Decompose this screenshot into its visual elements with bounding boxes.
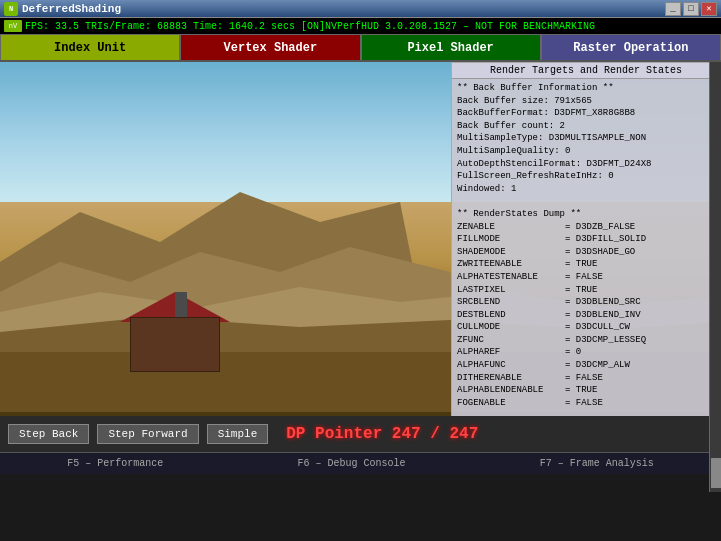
nvidia-logo: nV	[4, 20, 22, 32]
maximize-button[interactable]: □	[683, 2, 699, 16]
dp-pointer-text: DP Pointer 247 / 247	[286, 425, 478, 443]
tab-pixel-shader[interactable]: Pixel Shader	[361, 34, 541, 60]
step-back-button[interactable]: Step Back	[8, 424, 89, 444]
tab-bar: Index Unit Vertex Shader Pixel Shader Ra…	[0, 34, 721, 62]
render-panel-content[interactable]: ** Back Buffer Information ** Back Buffe…	[452, 79, 720, 429]
tab-vertex-shader[interactable]: Vertex Shader	[180, 34, 360, 60]
building-main	[130, 317, 220, 372]
minimize-button[interactable]: _	[665, 2, 681, 16]
control-bar: Step Back Step Forward Simple DP Pointer…	[0, 416, 721, 452]
render-panel: Render Targets and Render States ** Back…	[451, 62, 721, 442]
tab-index-unit[interactable]: Index Unit	[0, 34, 180, 60]
status-bar: nV FPS: 33.5 TRIs/Frame: 68883 Time: 164…	[0, 18, 721, 34]
fkey-f5[interactable]: F5 – Performance	[67, 458, 163, 469]
building-chimney	[175, 292, 187, 317]
fkey-f7[interactable]: F7 – Frame Analysis	[540, 458, 654, 469]
fkey-bar: F5 – Performance F6 – Debug Console F7 –…	[0, 452, 721, 474]
render-panel-text: ** Back Buffer Information ** Back Buffe…	[457, 82, 715, 409]
right-scrollbar-thumb[interactable]	[711, 458, 721, 488]
tab-raster-operation[interactable]: Raster Operation	[541, 34, 721, 60]
fkey-f6[interactable]: F6 – Debug Console	[297, 458, 405, 469]
main-area: Render Targets and Render States ** Back…	[0, 62, 721, 452]
simple-button[interactable]: Simple	[207, 424, 269, 444]
window-controls: _ □ ✕	[665, 2, 717, 16]
window-title: DeferredShading	[22, 3, 121, 15]
status-text: FPS: 33.5 TRIs/Frame: 68883 Time: 1640.2…	[25, 21, 595, 32]
step-forward-button[interactable]: Step Forward	[97, 424, 198, 444]
scene-building	[120, 292, 240, 372]
close-button[interactable]: ✕	[701, 2, 717, 16]
title-bar: N DeferredShading _ □ ✕	[0, 0, 721, 18]
right-scrollbar[interactable]	[709, 62, 721, 492]
render-panel-title: Render Targets and Render States	[452, 63, 720, 79]
